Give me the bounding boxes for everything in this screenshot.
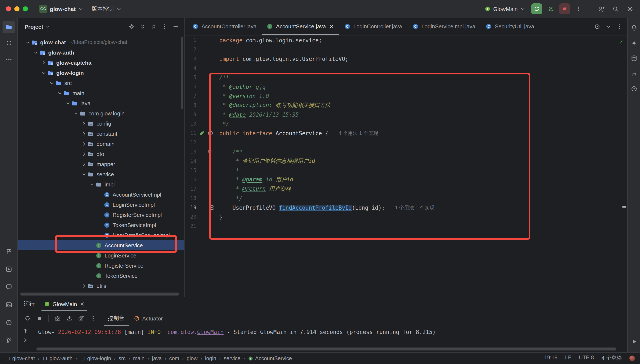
tree-item-registerservice[interactable]: IRegisterService (18, 260, 184, 270)
line-number[interactable]: 21 (184, 223, 196, 229)
tree-item-mapper[interactable]: mapper (18, 159, 184, 169)
breadcrumb-item[interactable]: src (119, 355, 125, 361)
panel-options-button[interactable] (160, 22, 170, 32)
search-everywhere-button[interactable] (609, 3, 621, 15)
rerun-application-button[interactable] (531, 4, 542, 14)
status-widget[interactable]: UTF-8 (579, 355, 594, 362)
tree-chevron-icon[interactable] (64, 101, 72, 106)
line-number[interactable]: 16 (184, 177, 196, 183)
console-horizontal-scrollbar[interactable] (36, 348, 616, 350)
breadcrumb-item[interactable]: glow-login (80, 355, 111, 361)
tree-item-userdetailsserviceimpl[interactable]: CUserDetailsServiceImpl (18, 230, 184, 240)
tree-item-glow-auth[interactable]: glow-auth (18, 47, 184, 58)
run-tab-glowmain[interactable]: GlowMain (42, 297, 87, 311)
close-icon[interactable] (80, 302, 85, 306)
tree-item-accountserviceimpl[interactable]: CAccountServiceImpl (18, 190, 184, 200)
endpoints-tool-button[interactable] (629, 84, 639, 94)
editor-tab-loginserviceimpl-java[interactable]: CLoginServiceImpl.java (407, 18, 480, 35)
breadcrumb-item[interactable]: glow (187, 355, 197, 361)
tree-item-tokenservice[interactable]: ITokenService (18, 270, 184, 281)
line-number[interactable]: 13 (184, 149, 196, 155)
tree-chevron-icon[interactable] (80, 152, 88, 156)
debug-button[interactable] (545, 3, 557, 15)
tree-chevron-icon[interactable] (80, 131, 88, 136)
line-number[interactable]: 20 (184, 214, 196, 220)
tree-item-dto[interactable]: dto (18, 149, 184, 159)
line-number[interactable]: 19 (184, 204, 196, 210)
tree-item-glow-login[interactable]: glow-login (18, 68, 184, 78)
services-tool-button[interactable] (2, 263, 15, 276)
structure-tool-button[interactable] (2, 37, 15, 50)
terminal-tool-button[interactable] (2, 298, 15, 311)
stop-button[interactable] (34, 313, 45, 324)
minimize-window-button[interactable] (14, 6, 20, 12)
breadcrumb-item[interactable]: java (152, 355, 162, 361)
ai-assistant-tool-button[interactable] (629, 38, 639, 48)
tree-item-main[interactable]: main (18, 88, 184, 98)
tree-chevron-icon[interactable] (80, 162, 88, 166)
tree-horizontal-scrollbar[interactable] (20, 292, 179, 296)
close-window-button[interactable] (6, 6, 11, 12)
heap-dump-button[interactable] (64, 313, 75, 324)
tree-item-impl[interactable]: impl (18, 179, 184, 190)
breadcrumb-item[interactable]: glow-auth (42, 355, 72, 361)
line-number[interactable]: 15 (184, 168, 196, 173)
run-config-selector[interactable]: GlowMain (481, 4, 529, 14)
project-widget[interactable]: GC glow-chat (36, 3, 87, 15)
line-number[interactable]: 1 (184, 37, 196, 43)
tree-chevron-icon[interactable] (40, 60, 47, 65)
tree-item-utils[interactable]: utils (18, 281, 184, 291)
close-tab-icon[interactable] (329, 24, 334, 29)
tree-chevron-icon[interactable] (40, 70, 47, 75)
line-number[interactable]: 12 (184, 140, 196, 146)
status-widget[interactable]: LF (565, 355, 571, 362)
line-number[interactable]: 10 (184, 121, 196, 127)
notifications-tool-button[interactable] (629, 23, 639, 33)
code-area[interactable]: 1package com.glow.login.service;23import… (184, 36, 627, 297)
tree-item-glow-chat[interactable]: glow-chat~/IdeaProjects/glow-chat (18, 37, 184, 47)
version-control-tool-button[interactable] (2, 334, 15, 347)
tree-item-service[interactable]: service (18, 169, 184, 179)
line-number[interactable]: 2 (184, 46, 196, 52)
code-vision-hint[interactable]: 4 个用法 1 个实现 (339, 130, 378, 136)
line-number[interactable]: 18 (184, 195, 196, 201)
breadcrumb-item[interactable]: com (169, 355, 179, 361)
console-tab[interactable]: 控制台 (104, 311, 129, 326)
tree-item-constant[interactable]: constant (18, 128, 184, 139)
zoom-window-button[interactable] (23, 6, 28, 12)
status-widget[interactable]: 19:19 (544, 355, 558, 362)
line-number[interactable]: 17 (184, 186, 196, 192)
editor-tab-securityutil-java[interactable]: CSecurityUtil.java (480, 18, 539, 35)
more-actions-button[interactable] (573, 3, 584, 15)
line-number[interactable]: 14 (184, 158, 196, 164)
editor-tab-accountcontroller-java[interactable]: CAccountController.java (187, 18, 262, 35)
ai-status-icon[interactable] (594, 24, 600, 30)
scroll-up-icon[interactable] (23, 328, 28, 334)
hide-panel-button[interactable] (171, 22, 181, 32)
tree-chevron-icon[interactable] (88, 182, 96, 187)
tree-chevron-icon[interactable] (80, 142, 88, 146)
doc-toggle-icon[interactable] (206, 149, 212, 155)
stop-button[interactable] (559, 4, 570, 14)
implemented-icon[interactable] (209, 204, 215, 210)
line-number[interactable]: 11 (184, 130, 196, 136)
console[interactable]: Glow- 2026-02-12 09:51:28 [main] INFO co… (18, 326, 627, 352)
status-indicator-icon[interactable] (629, 356, 635, 361)
tree-item-com-glow-login[interactable]: com.glow.login (18, 108, 184, 118)
hidden-tabs-icon[interactable] (605, 24, 611, 30)
prompt-icon[interactable] (23, 337, 28, 343)
line-number[interactable]: 8 (184, 102, 196, 108)
tree-item-glow-captcha[interactable]: glow-captcha (18, 58, 184, 68)
line-number[interactable]: 9 (184, 112, 196, 118)
collapse-all-button[interactable] (149, 22, 159, 32)
tree-item-src[interactable]: src (18, 78, 184, 88)
tree-chevron-icon[interactable] (56, 91, 64, 95)
expand-all-button[interactable] (138, 22, 148, 32)
editor-tab-logincontroller-java[interactable]: CLoginController.java (339, 18, 407, 35)
editor-tab-accountservice-java[interactable]: IAccountService.java (262, 18, 339, 35)
line-number[interactable]: 3 (184, 56, 196, 62)
breadcrumb-item[interactable]: main (133, 355, 145, 361)
breadcrumb-item[interactable]: glow-chat (5, 355, 35, 361)
more-options-button[interactable] (88, 313, 99, 324)
run-dashboard-tool-button[interactable] (629, 336, 639, 347)
